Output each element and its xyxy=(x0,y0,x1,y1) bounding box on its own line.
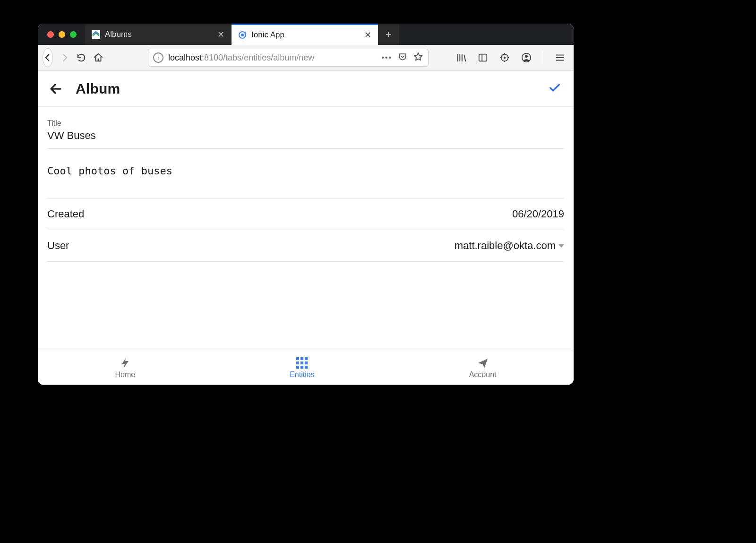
tab-label: Albums xyxy=(105,30,213,39)
favicon-icon xyxy=(238,31,247,39)
separator xyxy=(543,51,543,64)
svg-point-3 xyxy=(244,32,246,34)
tab-label: Entities xyxy=(290,371,314,379)
album-form: Title Created 06/20/2019 User matt.raibl… xyxy=(38,107,574,262)
chevron-down-icon xyxy=(558,244,564,248)
nav-forward-button xyxy=(60,48,69,67)
hamburger-menu-icon[interactable] xyxy=(553,51,567,65)
browser-tab-albums[interactable]: Albums ✕ xyxy=(85,24,232,45)
close-tab-icon[interactable]: ✕ xyxy=(364,30,371,40)
created-value[interactable]: 06/20/2019 xyxy=(512,208,564,220)
apps-grid-icon xyxy=(296,357,308,369)
library-icon[interactable] xyxy=(454,51,468,65)
svg-point-2 xyxy=(241,34,244,36)
field-created[interactable]: Created 06/20/2019 xyxy=(47,198,564,230)
titlebar: Albums ✕ Ionic App ✕ + xyxy=(38,24,574,45)
tab-label: Ionic App xyxy=(251,30,360,40)
home-button[interactable] xyxy=(93,51,103,65)
field-description[interactable] xyxy=(47,149,564,198)
send-icon xyxy=(477,357,489,369)
url-toolbar: i localhost:8100/tabs/entities/album/new… xyxy=(38,45,574,71)
title-input[interactable] xyxy=(47,129,564,142)
favicon-icon xyxy=(92,30,100,39)
user-select[interactable]: matt.raible@okta.com xyxy=(455,240,564,252)
tab-entities[interactable]: Entities xyxy=(290,357,314,379)
content: Title Created 06/20/2019 User matt.raibl… xyxy=(38,107,574,351)
flash-icon xyxy=(120,357,131,369)
save-button[interactable] xyxy=(548,81,561,96)
tab-label: Account xyxy=(469,371,497,379)
tab-home[interactable]: Home xyxy=(115,357,136,379)
app-header: Album xyxy=(38,71,574,107)
close-window-button[interactable] xyxy=(47,31,54,38)
user-label: User xyxy=(47,240,69,252)
address-bar[interactable]: i localhost:8100/tabs/entities/album/new… xyxy=(148,49,429,67)
field-title[interactable]: Title xyxy=(47,112,564,149)
pocket-icon[interactable] xyxy=(398,52,407,63)
close-tab-icon[interactable]: ✕ xyxy=(217,29,224,40)
url-host: localhost xyxy=(168,53,202,62)
tab-bar: Home Entities Account xyxy=(38,351,574,385)
nav-back-button[interactable] xyxy=(43,48,53,67)
window-controls xyxy=(38,24,85,45)
new-tab-button[interactable]: + xyxy=(378,24,399,45)
url-text: localhost:8100/tabs/entities/album/new xyxy=(168,53,377,63)
svg-rect-4 xyxy=(98,59,99,61)
field-user[interactable]: User matt.raible@okta.com xyxy=(47,230,564,262)
maximize-window-button[interactable] xyxy=(70,31,77,38)
bookmark-star-icon[interactable] xyxy=(413,52,423,64)
svg-point-8 xyxy=(504,57,506,59)
svg-rect-5 xyxy=(479,54,487,61)
reload-button[interactable] xyxy=(76,51,86,65)
browser-window: Albums ✕ Ionic App ✕ + xyxy=(38,24,574,385)
tab-label: Home xyxy=(115,371,136,379)
user-value: matt.raible@okta.com xyxy=(455,240,556,252)
url-path: :8100/tabs/entities/album/new xyxy=(202,53,314,62)
toolbar-right xyxy=(435,51,567,65)
site-info-icon[interactable]: i xyxy=(153,52,163,63)
extension-icon[interactable] xyxy=(498,51,512,65)
minimize-window-button[interactable] xyxy=(59,31,65,38)
page-actions-icon[interactable]: ••• xyxy=(381,53,392,62)
profile-icon[interactable] xyxy=(519,51,533,65)
sidebar-icon[interactable] xyxy=(476,51,490,65)
tab-account[interactable]: Account xyxy=(469,357,497,379)
created-label: Created xyxy=(47,208,84,220)
browser-tab-ionic[interactable]: Ionic App ✕ xyxy=(232,24,378,45)
description-input[interactable] xyxy=(47,156,564,190)
page-title: Album xyxy=(76,81,120,97)
browser-tabs: Albums ✕ Ionic App ✕ + xyxy=(85,24,574,45)
title-label: Title xyxy=(47,119,564,128)
back-button[interactable] xyxy=(47,80,64,97)
svg-point-10 xyxy=(525,55,528,58)
